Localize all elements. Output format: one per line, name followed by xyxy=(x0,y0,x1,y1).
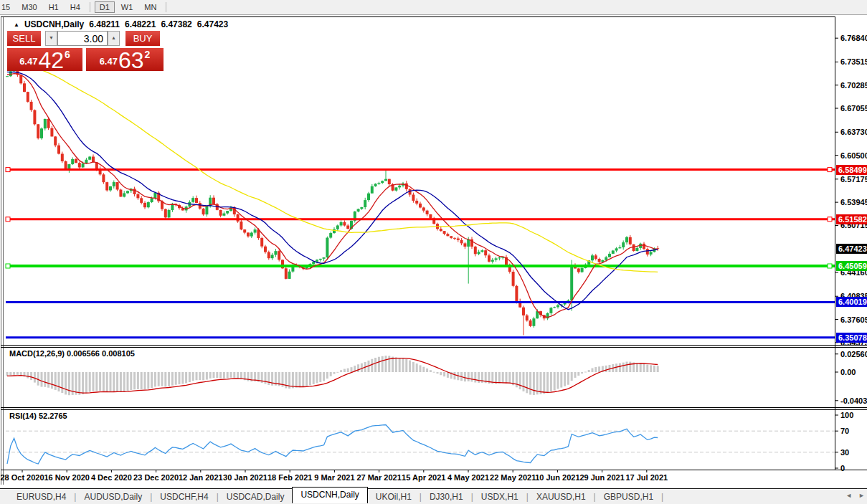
date-axis-label: 30 Jan 2021 xyxy=(223,473,267,482)
sell-price-prefix: 6.47 xyxy=(19,56,37,67)
tab-scroll-left-icon[interactable]: ◄ xyxy=(845,492,852,499)
price-badge: 6.35078 xyxy=(836,333,867,343)
tab-ukoil-h1[interactable]: UKOil,H1 xyxy=(368,490,420,503)
sell-price-display[interactable]: 6.47 42 6 xyxy=(7,48,82,71)
date-axis-label: 28 Oct 2020 xyxy=(0,473,44,482)
triangle-down-icon: ▼ xyxy=(49,35,54,40)
price-badge: 6.58499 xyxy=(836,165,867,175)
volume-increase-button[interactable]: ▲ xyxy=(108,31,120,46)
level-drag-handle xyxy=(6,217,10,222)
date-axis-label: 10 Jun 2021 xyxy=(535,473,579,482)
chart-tab-bar: EURUSD,H4|AUDUSD,Daily|USDCHF,H4|USDCAD,… xyxy=(0,488,867,504)
volume-decrease-button[interactable]: ▼ xyxy=(45,31,57,46)
price-axis-label: 6.57175 xyxy=(840,175,867,184)
date-axis-label: 9 Mar 2021 xyxy=(314,473,354,482)
macd-axis-label: 0.00 xyxy=(840,368,856,376)
buy-price-display[interactable]: 6.47 63 2 xyxy=(86,48,164,71)
rsi-axis-label: 70 xyxy=(840,427,849,435)
price-axis-label: 6.37605 xyxy=(840,315,867,324)
sell-price-sup: 6 xyxy=(65,49,70,60)
date-axis-label: 23 Dec 2020 xyxy=(133,473,179,482)
candles-group xyxy=(6,65,659,336)
chart-symbol-label: USDCNH,Daily xyxy=(24,19,84,29)
rsi-group xyxy=(6,425,835,465)
price-axis-label: 6.63730 xyxy=(840,128,867,136)
buy-price-prefix: 6.47 xyxy=(100,56,118,67)
date-axis-label: 4 May 2021 xyxy=(447,473,489,482)
price-axis-label: 6.53945 xyxy=(840,198,867,206)
date-axis-label: 12 Jan 2021 xyxy=(179,473,223,482)
chart-title: ▲ USDCNH,Daily 6.48211 6.48221 6.47382 6… xyxy=(14,19,228,29)
tab-eurusd-h4[interactable]: EURUSD,H4 xyxy=(9,490,74,503)
rsi-axis-label: 100 xyxy=(840,411,853,419)
date-axis-label: 17 Jul 2021 xyxy=(625,473,668,482)
rsi-axis-label: 0 xyxy=(840,464,845,472)
macd-axis-label: 0.025609 xyxy=(840,350,867,358)
buy-price-sup: 2 xyxy=(145,49,151,60)
tab-scroll-right-icon[interactable]: ► xyxy=(858,492,865,499)
price-axis-label: 6.67055 xyxy=(840,104,867,113)
tab-xauusd-h1[interactable]: XAUUSD,H1 xyxy=(529,490,594,503)
triangle-up-icon: ▲ xyxy=(111,35,116,40)
tab-scroll-buttons: ◄ ► xyxy=(845,492,865,499)
sell-button[interactable]: SELL xyxy=(7,31,41,46)
price-axis-label: 6.60500 xyxy=(840,151,867,160)
volume-input[interactable] xyxy=(57,31,108,46)
price-axis-label: 6.73515 xyxy=(840,57,867,66)
price-badge: 6.40019 xyxy=(836,297,867,307)
panel-borders xyxy=(1,16,867,485)
rsi-indicator-label: RSI(14) 52.2765 xyxy=(9,412,67,420)
tab-usdcad-daily[interactable]: USDCAD,Daily xyxy=(219,490,293,503)
date-axis-label: 18 Feb 2021 xyxy=(267,473,312,482)
sell-price-big: 42 xyxy=(38,52,64,70)
level-drag-handle xyxy=(6,168,10,172)
rsi-axis-label: 30 xyxy=(840,448,849,457)
level-drag-handle xyxy=(828,168,832,172)
collapse-panel-icon[interactable]: ▲ xyxy=(14,22,19,28)
date-axis-label: 29 Jun 2021 xyxy=(579,473,624,482)
level-drag-handle xyxy=(828,217,832,222)
date-axis-label: 15 Apr 2021 xyxy=(402,473,445,482)
price-axis-label: 6.70285 xyxy=(840,81,867,90)
tab-usdchf-h4[interactable]: USDCHF,H4 xyxy=(152,490,216,503)
date-axis-label: 4 Dec 2020 xyxy=(91,473,132,482)
buy-price-big: 63 xyxy=(118,52,144,70)
tab-dj30-h1[interactable]: DJ30,H1 xyxy=(422,490,471,503)
macd-indicator-label: MACD(12,26,9) 0.006566 0.008105 xyxy=(9,349,135,358)
macd-histogram-group xyxy=(6,356,659,395)
quote-low: 6.47382 xyxy=(161,19,191,29)
chart-canvas[interactable] xyxy=(0,0,867,504)
macd-axis-label: -0.040386 xyxy=(840,396,867,405)
price-badge: 6.47423 xyxy=(836,244,867,254)
quote-open: 6.48211 xyxy=(89,19,120,29)
date-axis-label: 27 Mar 2021 xyxy=(356,473,401,482)
tab-usdcnh-daily[interactable]: USDCNH,Daily xyxy=(292,487,367,503)
tab-gbpusd-h1[interactable]: GBPUSD,H1 xyxy=(596,490,661,503)
date-axis-label: 16 Nov 2020 xyxy=(44,473,90,482)
quote-close: 6.47423 xyxy=(197,19,228,29)
price-badge: 6.45059 xyxy=(836,261,867,271)
one-click-trade-panel: SELL ▼ ▲ BUY 6.47 42 6 6.47 63 2 xyxy=(7,31,164,71)
moving-averages-group xyxy=(7,61,658,318)
date-axis-label: 22 May 2021 xyxy=(490,473,536,482)
horizontal-level-lines[interactable] xyxy=(6,168,835,338)
level-drag-handle xyxy=(828,264,832,268)
quote-high: 6.48221 xyxy=(125,19,156,29)
mt4-chart-window: 15M30H1H4D1W1MN 6.768406.735156.702856.6… xyxy=(0,0,867,504)
tab-usdx-h1[interactable]: USDX,H1 xyxy=(473,490,526,503)
tab-audusd-daily[interactable]: AUDUSD,Daily xyxy=(76,490,150,503)
buy-button[interactable]: BUY xyxy=(125,31,160,46)
tab-separator: | xyxy=(661,492,663,502)
price-badge: 6.51582 xyxy=(836,214,867,224)
level-drag-handle xyxy=(6,264,10,268)
price-axis-label: 6.76840 xyxy=(840,34,867,42)
